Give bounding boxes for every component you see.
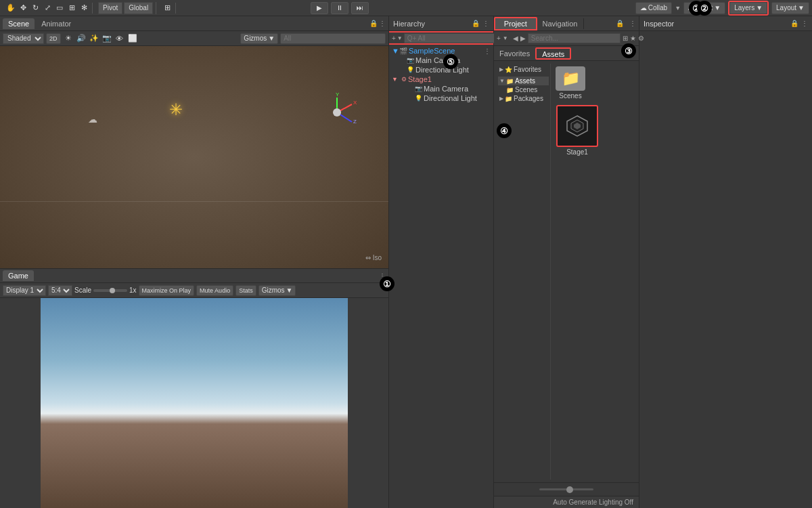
hand-tool-icon[interactable]: ✋: [5, 3, 16, 14]
hierarchy-stage1[interactable]: ▼ ⚙ Stage1: [389, 75, 493, 84]
rotate-tool-icon[interactable]: ↻: [30, 3, 41, 14]
hierarchy-stage1-main-camera[interactable]: 📷 Main Camera: [389, 84, 493, 93]
scene-iso-label: ⇔ Iso: [365, 254, 382, 261]
hierarchy-search-bar: + ▼: [389, 31, 493, 45]
pivot-button[interactable]: Pivot: [98, 2, 122, 14]
scene-toolbar: Shaded 2D ☀ 🔊 ✨ 📷 👁 ⬜ Gizmos ▼: [0, 31, 388, 46]
stage1-scene-icon: [556, 105, 598, 147]
project-more-icon[interactable]: ⋮: [627, 20, 639, 27]
tree-item-favorites[interactable]: ▶ ⭐ Favorites: [498, 65, 549, 74]
project-slider-track[interactable]: [539, 488, 593, 490]
mute-audio-button[interactable]: Mute Audio: [196, 285, 233, 296]
tree-item-packages[interactable]: ▶ 📁 Packages: [498, 94, 549, 103]
project-back-icon[interactable]: ◀: [513, 35, 518, 42]
tab-game[interactable]: Game: [3, 270, 34, 281]
collab-arrow: ▼: [675, 5, 681, 12]
tab-project[interactable]: Project: [494, 17, 537, 30]
annotation-5: ⑤: [443, 54, 458, 69]
cloud-icon: ☁: [640, 4, 647, 12]
project-forward-icon[interactable]: ▶: [520, 35, 526, 42]
svg-text:Y: Y: [336, 92, 340, 98]
tab-animator[interactable]: Animator: [36, 18, 76, 29]
tree-item-scenes[interactable]: 📁 Scenes: [498, 85, 549, 94]
gizmos-dropdown[interactable]: Gizmos ▼: [240, 33, 278, 44]
maximize-on-play-button[interactable]: Maximize On Play: [139, 285, 195, 296]
hierarchy-directional-light-1[interactable]: 💡 Directional Light: [389, 65, 493, 75]
game-gizmos-dropdown[interactable]: Gizmos ▼: [258, 285, 296, 296]
scale-tool-icon[interactable]: ⤢: [42, 3, 53, 14]
scene-tab-bar: Scene Animator 🔒 ⋮: [0, 16, 388, 31]
inspector-more-icon[interactable]: ⋮: [801, 20, 808, 27]
scene-more-icon[interactable]: ⋮: [379, 20, 386, 27]
move-tool-icon[interactable]: ✥: [18, 3, 28, 14]
rect-tool-icon[interactable]: ▭: [54, 3, 65, 14]
scale-slider-thumb: [110, 288, 115, 293]
shaded-dropdown[interactable]: Shaded: [3, 33, 44, 44]
display-dropdown[interactable]: Display 1: [3, 285, 46, 296]
project-settings-icon[interactable]: ⚙: [638, 35, 644, 42]
custom-tool-icon[interactable]: ✻: [78, 3, 89, 14]
scene-background: ✳ ☁ Y X Z: [0, 46, 388, 268]
hierarchy-more-icon[interactable]: ⋮: [482, 20, 489, 27]
project-grid-icon[interactable]: ⊞: [623, 35, 628, 42]
hierarchy-search-input[interactable]: [404, 33, 497, 43]
inspector-title: Inspector: [644, 20, 674, 28]
tab-scene[interactable]: Scene: [3, 18, 35, 29]
hierarchy-main-camera-1[interactable]: 📷 Main Camera: [389, 56, 493, 65]
tree-packages-label: Packages: [514, 95, 543, 102]
hierarchy-stage1-directional-light[interactable]: 💡 Directional Light: [389, 93, 493, 103]
hierarchy-plus-icon[interactable]: +: [392, 35, 396, 42]
top-toolbar: ✋ ✥ ↻ ⤢ ▭ ⊞ ✻ Pivot Global ⊞ ▶ ⏸ ⏭ ☁ Col…: [0, 0, 812, 16]
inspector-lock-icon[interactable]: 🔒: [790, 20, 798, 27]
ratio-dropdown[interactable]: 5:4: [48, 285, 72, 296]
svg-text:X: X: [353, 100, 357, 106]
vfx-icon[interactable]: ✨: [89, 33, 99, 44]
2d-button[interactable]: 2D: [46, 33, 61, 44]
scenes-folder-asset[interactable]: 📁 Scenes: [554, 66, 587, 100]
scale-slider-track[interactable]: [93, 289, 127, 292]
project-star-icon[interactable]: ★: [630, 35, 636, 42]
stage1-asset[interactable]: Stage1: [554, 105, 601, 156]
scene-extra2-icon[interactable]: ⬜: [127, 33, 138, 44]
gizmos-arrow: ▼: [268, 35, 275, 42]
layers-button[interactable]: Layers ▼: [729, 2, 767, 14]
scene-more-dots[interactable]: ⋮: [484, 47, 491, 55]
scene-extra-icon[interactable]: 👁: [114, 33, 125, 44]
play-controls: ▶ ⏸ ⏭: [311, 2, 369, 14]
project-slider-thumb: [566, 486, 573, 493]
hierarchy-plus-arrow: ▼: [397, 35, 403, 41]
lighting-icon[interactable]: ☀: [63, 33, 74, 44]
scale-label: Scale: [74, 287, 91, 294]
layout-button[interactable]: Layout ▼: [771, 2, 809, 14]
inspector-content: [639, 31, 812, 508]
fav-star: ⭐: [505, 66, 512, 73]
scene-lock-icon[interactable]: 🔒: [369, 20, 378, 27]
hierarchy-sample-scene[interactable]: ▼ 🎬 SampleScene ⋮: [389, 46, 493, 56]
project-bottom-slider: [494, 482, 639, 496]
stats-button[interactable]: Stats: [235, 285, 256, 296]
scene-cam-icon[interactable]: 📷: [102, 33, 112, 44]
grid-icon[interactable]: ⊞: [162, 3, 173, 14]
pivot-global: Pivot Global: [98, 2, 153, 14]
assets-folder-icon: 📁: [506, 78, 514, 85]
hierarchy-panel: Hierarchy 🔒 ⋮ + ▼ ▼ 🎬 SampleScene ⋮: [389, 16, 494, 508]
assets-tab[interactable]: Assets: [535, 47, 571, 60]
global-button[interactable]: Global: [124, 2, 153, 14]
tree-item-assets[interactable]: ▼ 📁 Assets: [498, 77, 549, 85]
transform-tool-icon[interactable]: ⊞: [66, 3, 77, 14]
hierarchy-lock-icon[interactable]: 🔒: [472, 20, 480, 27]
pause-button[interactable]: ⏸: [331, 2, 348, 14]
play-button[interactable]: ▶: [311, 2, 328, 14]
grid-tools: ⊞: [159, 3, 176, 14]
tab-navigation[interactable]: Navigation: [537, 18, 584, 29]
project-search-input[interactable]: [528, 33, 621, 43]
project-plus-icon[interactable]: +: [497, 35, 501, 42]
step-button[interactable]: ⏭: [351, 2, 369, 14]
annotation-1-container: ①: [380, 276, 394, 291]
favorites-tab[interactable]: Favorites: [494, 48, 535, 59]
project-lock-icon[interactable]: 🔒: [613, 20, 627, 27]
audio-icon[interactable]: 🔊: [76, 33, 87, 44]
packages-folder-icon: 📁: [505, 96, 512, 102]
scene-search-input[interactable]: [280, 33, 386, 44]
collab-button[interactable]: ☁ Collab: [635, 2, 672, 14]
